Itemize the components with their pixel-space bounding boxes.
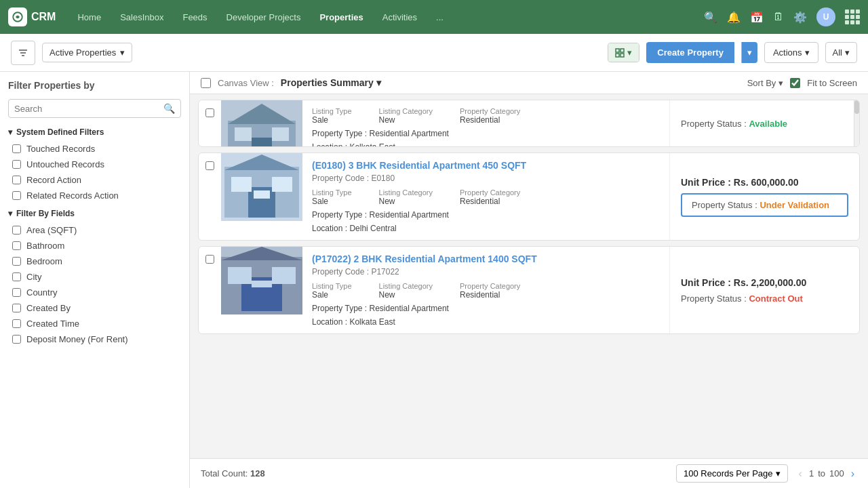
apps-grid-icon[interactable] xyxy=(845,9,860,24)
total-count: Total Count: 128 xyxy=(201,468,265,479)
logo[interactable]: CRM xyxy=(8,7,56,26)
filter-bathroom[interactable]: Bathroom xyxy=(8,238,181,253)
top-nav: CRM Home SalesInbox Feeds Developer Proj… xyxy=(0,0,868,34)
bathroom-label: Bathroom xyxy=(26,241,64,251)
fit-to-screen-label: Fit to Screen xyxy=(807,78,857,88)
active-filter-dropdown[interactable]: Active Properties ▾ xyxy=(42,43,132,62)
filter-untouched-records[interactable]: Untouched Records xyxy=(8,157,181,172)
untouched-records-checkbox[interactable] xyxy=(12,160,21,169)
main-layout: Filter Properties by 🔍 ▾ System Defined … xyxy=(0,72,868,488)
svg-rect-12 xyxy=(235,127,252,141)
settings-icon[interactable]: ⚙️ xyxy=(793,11,807,24)
svg-rect-21 xyxy=(262,190,270,199)
per-page-arrow-icon: ▾ xyxy=(776,468,781,479)
nav-home[interactable]: Home xyxy=(69,8,109,26)
actions-button[interactable]: Actions ▾ xyxy=(764,42,818,63)
nav-salesinbox[interactable]: SalesInbox xyxy=(112,8,172,26)
filter-touched-records[interactable]: Touched Records xyxy=(8,141,181,157)
svg-rect-19 xyxy=(272,177,292,192)
select-all-checkbox[interactable] xyxy=(201,78,211,88)
prev-page-button[interactable]: ‹ xyxy=(796,466,805,481)
filter-bedroom[interactable]: Bedroom xyxy=(8,253,181,269)
per-page-button[interactable]: 100 Records Per Page ▾ xyxy=(676,464,788,483)
nav-properties[interactable]: Properties xyxy=(311,8,371,26)
fit-to-screen-checkbox[interactable] xyxy=(790,78,800,88)
card-checkbox-area xyxy=(199,100,221,146)
sort-by-button[interactable]: Sort By ▾ xyxy=(747,78,784,88)
property-category-label: Property Category xyxy=(460,107,520,115)
filter-icon-button[interactable] xyxy=(11,41,35,65)
area-label: Area (SQFT) xyxy=(26,225,77,235)
field-filters-section: ▾ Filter By Fields Area (SQFT) Bathroom … xyxy=(8,209,181,347)
area-checkbox[interactable] xyxy=(12,226,21,235)
search-icon[interactable]: 🔍 xyxy=(704,11,717,24)
filter-related-records-action[interactable]: Related Records Action xyxy=(8,188,181,203)
notification-icon[interactable]: 🔔 xyxy=(727,11,741,24)
bathroom-checkbox[interactable] xyxy=(12,241,21,250)
deposit-money-checkbox[interactable] xyxy=(12,335,21,344)
property-image-p17022 xyxy=(221,247,302,314)
property-card-body-p17022: (P17022) 2 BHK Residential Apartment 140… xyxy=(302,247,669,333)
canvas-view-arrow-icon: ▾ xyxy=(376,77,381,88)
nav-more[interactable]: ... xyxy=(428,8,452,26)
property-select-checkbox-e0180[interactable] xyxy=(205,161,214,170)
country-label: Country xyxy=(26,287,58,298)
property-status-val-p17022: Contract Out xyxy=(749,293,802,304)
property-title-e0180[interactable]: (E0180) 3 BHK Residential Apartment 450 … xyxy=(312,160,660,171)
nav-developer-projects[interactable]: Developer Projects xyxy=(218,8,309,26)
record-action-label: Record Action xyxy=(26,175,81,185)
bedroom-checkbox[interactable] xyxy=(12,257,21,266)
avatar[interactable]: U xyxy=(816,7,835,26)
grid-view-button[interactable]: ▾ xyxy=(608,43,639,62)
nav-activities[interactable]: Activities xyxy=(374,8,425,26)
field-filters-title[interactable]: ▾ Filter By Fields xyxy=(8,209,181,218)
filter-record-action[interactable]: Record Action xyxy=(8,172,181,188)
fit-to-screen-button[interactable]: Fit to Screen xyxy=(807,78,857,88)
search-input[interactable] xyxy=(14,104,159,114)
next-page-button[interactable]: › xyxy=(848,466,857,481)
svg-rect-27 xyxy=(272,267,296,284)
svg-rect-28 xyxy=(252,281,272,287)
svg-rect-18 xyxy=(231,177,252,192)
page-current: 1 xyxy=(809,468,814,479)
filter-deposit-money[interactable]: Deposit Money (For Rent) xyxy=(8,331,181,347)
create-property-button[interactable]: Create Property xyxy=(646,42,734,63)
touched-records-checkbox[interactable] xyxy=(12,144,21,153)
collapse-icon: ▾ xyxy=(8,127,12,137)
create-property-arrow[interactable]: ▾ xyxy=(741,42,757,63)
system-filters-title[interactable]: ▾ System Defined Filters xyxy=(8,127,181,137)
record-action-checkbox[interactable] xyxy=(12,176,21,184)
property-select-checkbox[interactable] xyxy=(205,108,214,117)
property-location-row: Location : Kolkata East xyxy=(312,142,660,147)
created-time-checkbox[interactable] xyxy=(12,319,21,328)
all-filter-button[interactable]: All ▾ xyxy=(825,42,857,63)
filter-area[interactable]: Area (SQFT) xyxy=(8,222,181,238)
svg-rect-11 xyxy=(252,138,272,147)
property-card-body-e0180: (E0180) 3 BHK Residential Apartment 450 … xyxy=(302,153,669,240)
property-category-meta-p17022: Property Category Residential xyxy=(460,282,520,300)
filter-country[interactable]: Country xyxy=(8,285,181,300)
canvas-view-name-dropdown[interactable]: Properties Summary ▾ xyxy=(281,77,381,88)
sort-by-label: Sort By xyxy=(747,78,776,88)
city-checkbox[interactable] xyxy=(12,272,21,281)
country-checkbox[interactable] xyxy=(12,288,21,297)
filter-created-by[interactable]: Created By xyxy=(8,300,181,316)
sort-by-arrow-icon: ▾ xyxy=(778,78,783,88)
search-box: 🔍 xyxy=(8,99,181,118)
property-title-p17022[interactable]: (P17022) 2 BHK Residential Apartment 140… xyxy=(312,253,660,264)
listing-type-meta: Listing Type Sale xyxy=(312,107,352,125)
created-by-checkbox[interactable] xyxy=(12,304,21,312)
filter-created-time[interactable]: Created Time xyxy=(8,316,181,331)
related-records-checkbox[interactable] xyxy=(12,191,21,200)
calendar-add-icon[interactable]: 📅 xyxy=(750,11,764,24)
property-status-label-e0180: Property Status : xyxy=(692,200,760,210)
calendar-icon[interactable]: 🗓 xyxy=(773,11,784,23)
scrollbar-track[interactable] xyxy=(854,100,859,146)
actions-label: Actions xyxy=(773,47,802,58)
property-select-checkbox-p17022[interactable] xyxy=(205,255,214,264)
filter-city[interactable]: City xyxy=(8,269,181,285)
per-page-label: 100 Records Per Page xyxy=(684,468,773,479)
search-icon: 🔍 xyxy=(163,103,175,114)
property-meta: Listing Type Sale Listing Category New P… xyxy=(312,107,660,125)
nav-feeds[interactable]: Feeds xyxy=(174,8,215,26)
